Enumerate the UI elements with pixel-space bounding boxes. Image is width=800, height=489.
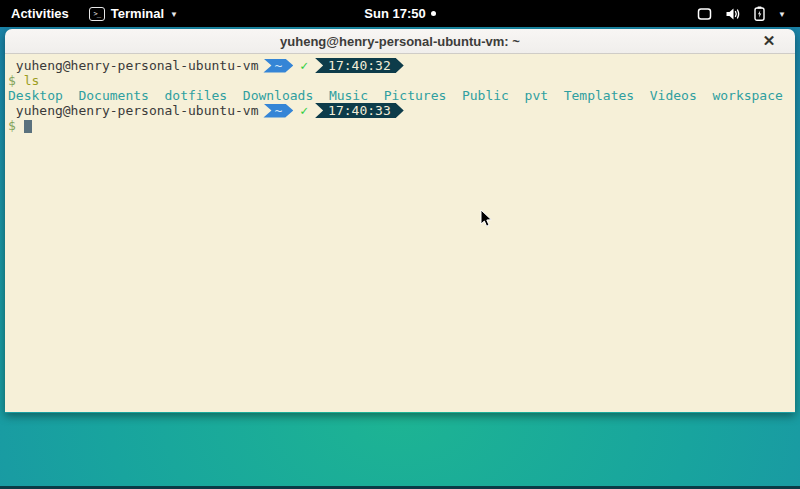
terminal-icon: >_ <box>89 7 105 21</box>
battery-charging-icon <box>754 6 765 21</box>
check-icon: ✓ <box>300 103 308 118</box>
check-icon: ✓ <box>300 58 308 73</box>
directory-listing: Desktop Documents dotfiles Downloads Mus… <box>8 88 783 103</box>
prompt-symbol: $ <box>8 73 24 88</box>
typed-command: ls <box>24 73 40 88</box>
prompt-user-host: yuheng@henry-personal-ubuntu-vm <box>8 103 258 118</box>
window-titlebar[interactable]: yuheng@henry-personal-ubuntu-vm: ~ ✕ <box>5 29 795 54</box>
top-bar: Activities >_ Terminal ▼ Sun 17:50 <box>0 0 800 27</box>
prompt-user-host: yuheng@henry-personal-ubuntu-vm <box>8 58 258 73</box>
command-line: $ ls <box>8 73 792 88</box>
wired-network-icon <box>697 7 712 21</box>
terminal-content[interactable]: yuheng@henry-personal-ubuntu-vm ~ ✓ 17:4… <box>5 54 795 412</box>
prompt-path-segment: ~ <box>263 59 293 73</box>
prompt-symbol: $ <box>8 118 24 133</box>
prompt-line-2: yuheng@henry-personal-ubuntu-vm ~ ✓ 17:4… <box>8 103 792 118</box>
prompt-time-segment: 17:40:33 <box>315 103 404 118</box>
terminal-window: yuheng@henry-personal-ubuntu-vm: ~ ✕ yuh… <box>5 29 795 413</box>
activities-button[interactable]: Activities <box>11 6 69 21</box>
volume-icon <box>725 7 741 21</box>
prompt-time-segment: 17:40:32 <box>315 58 404 73</box>
notification-dot-icon <box>431 11 436 16</box>
close-icon[interactable]: ✕ <box>759 31 779 51</box>
text-cursor <box>24 120 32 133</box>
ls-output-line: Desktop Documents dotfiles Downloads Mus… <box>8 88 792 103</box>
app-menu-label: Terminal <box>111 6 164 21</box>
prompt-line-1: yuheng@henry-personal-ubuntu-vm ~ ✓ 17:4… <box>8 58 792 73</box>
clock[interactable]: Sun 17:50 <box>364 6 425 21</box>
input-line[interactable]: $ <box>8 118 792 133</box>
chevron-down-icon: ▼ <box>778 9 786 19</box>
prompt-path-segment: ~ <box>263 104 293 118</box>
window-title: yuheng@henry-personal-ubuntu-vm: ~ <box>280 34 520 49</box>
system-status-area[interactable]: ▼ <box>697 6 800 21</box>
app-menu-terminal[interactable]: >_ Terminal ▼ <box>89 6 178 21</box>
chevron-down-icon: ▼ <box>170 9 178 19</box>
